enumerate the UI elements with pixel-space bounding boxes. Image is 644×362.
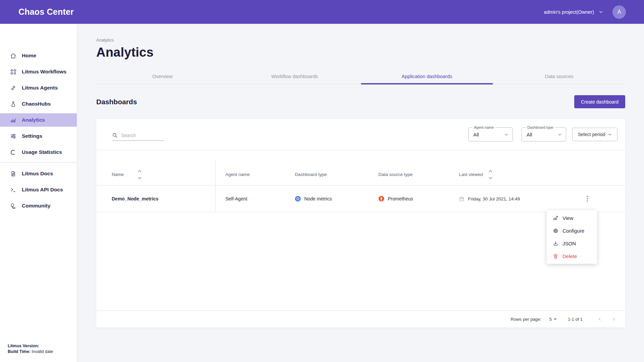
next-page-button[interactable]: [609, 315, 618, 323]
terminal-icon: [10, 187, 16, 193]
table-row[interactable]: Demo_Node_metrics Self-Agent Node metric…: [96, 186, 625, 212]
rows-per-page-select[interactable]: 5: [549, 317, 556, 322]
row-context-menu: View Configure JSON Delete: [547, 210, 597, 264]
arc-icon: [10, 149, 16, 156]
row-dashboard-type: Node metrics: [294, 196, 378, 202]
calendar-icon: [459, 196, 465, 202]
create-dashboard-button[interactable]: Create dashboard: [574, 95, 625, 108]
project-selector[interactable]: admin's project(Owner): [544, 9, 603, 15]
sort-desc-icon[interactable]: [489, 177, 492, 179]
top-header: Chaos Center admin's project(Owner) A: [0, 0, 644, 24]
sidebar-item-label: Litmus Workflows: [22, 69, 66, 75]
menu-item-label: View: [562, 215, 573, 221]
node-metrics-icon: [295, 196, 301, 202]
sidebar-item-home[interactable]: Home: [0, 49, 77, 62]
rows-per-page-label: Rows per page:: [511, 317, 541, 322]
menu-item-delete[interactable]: Delete: [547, 250, 597, 262]
row-last-viewed: Friday, 30 Jul 2021, 14:49: [459, 196, 576, 202]
dashboard-type-select-label: Dashboard type: [526, 125, 555, 129]
table-header-row: Name Agent name Dashboard type Data sour…: [96, 150, 625, 186]
pagination-bar: Rows per page: 5 1-1 of 1: [96, 310, 625, 327]
sidebar-item-label: Community: [22, 203, 50, 209]
sidebar-item-litmus-workflows[interactable]: Litmus Workflows: [0, 65, 77, 78]
sidebar-item-label: Home: [22, 53, 36, 59]
home-icon: [10, 53, 16, 59]
filters-row: Agent name All Dashboard type All Se: [96, 119, 625, 141]
menu-item-label: Configure: [562, 228, 584, 234]
link-icon: [10, 85, 16, 91]
tab-workflow-dashboards[interactable]: Workflow dashboards: [228, 70, 361, 84]
sidebar-item-label: Settings: [22, 133, 42, 139]
sidebar-item-usage-statistics[interactable]: Usage Statistics: [0, 145, 77, 159]
tab-bar: Overview Workflow dashboards Application…: [96, 70, 625, 84]
sort-desc-icon[interactable]: [138, 177, 142, 179]
litmus-version-label: Litmus Version:: [8, 344, 39, 348]
flask-icon: [10, 101, 16, 107]
sidebar-item-label: Litmus API Docs: [22, 187, 63, 193]
menu-item-configure[interactable]: Configure: [547, 224, 597, 237]
workflows-icon: [10, 69, 16, 75]
project-name: admin's project(Owner): [544, 9, 594, 15]
sidebar-item-litmus-docs[interactable]: Litmus Docs: [0, 167, 77, 180]
tab-data-sources[interactable]: Data sources: [493, 70, 625, 84]
agent-name-select[interactable]: Agent name All: [468, 127, 513, 141]
sidebar-item-analytics[interactable]: Analytics: [0, 113, 77, 127]
sidebar-item-litmus-agents[interactable]: Litmus Agents: [0, 81, 77, 95]
chevron-down-icon: [608, 132, 612, 136]
sidebar-item-label: Usage Statistics: [22, 149, 62, 155]
row-data-source-type: Prometheus: [378, 196, 459, 202]
sidebar-item-label: ChaosHubs: [22, 101, 51, 107]
column-header-dashboard-type: Dashboard type: [294, 172, 378, 177]
search-icon: [112, 132, 118, 138]
dashboard-type-select[interactable]: Dashboard type All: [522, 127, 566, 141]
bar-chart-icon: [10, 117, 16, 123]
sidebar-footer: Litmus Version: Build Time: Invalid date: [8, 343, 53, 355]
download-icon: [553, 241, 558, 246]
row-options-kebab-icon[interactable]: [583, 194, 591, 204]
sidebar-item-community[interactable]: Community: [0, 199, 77, 213]
view-chart-icon: [553, 215, 558, 221]
breadcrumb: Analytics: [96, 38, 625, 43]
menu-item-view[interactable]: View: [547, 212, 597, 224]
filters-right: Agent name All Dashboard type All Se: [468, 127, 618, 141]
tab-overview[interactable]: Overview: [96, 70, 228, 84]
dashboards-card: Agent name All Dashboard type All Se: [96, 119, 625, 327]
dashboards-heading: Dashboards: [96, 98, 137, 106]
document-icon: [10, 171, 16, 177]
agent-name-select-label: Agent name: [473, 125, 495, 129]
row-agent-name: Self-Agent: [215, 196, 294, 201]
previous-page-button[interactable]: [595, 315, 604, 323]
select-period-label: Select period: [578, 132, 605, 137]
dashboards-header-row: Dashboards Create dashboard: [96, 95, 625, 108]
column-header-last-viewed: Last viewed: [459, 170, 576, 179]
dashboard-type-select-value: All: [527, 132, 532, 137]
sliders-icon: [10, 133, 16, 139]
sidebar-divider: [0, 162, 77, 163]
sort-asc-icon[interactable]: [489, 170, 492, 172]
name-column-divider: [215, 160, 216, 211]
sidebar-item-label: Litmus Agents: [22, 85, 58, 91]
sort-asc-icon[interactable]: [138, 170, 142, 172]
agent-name-select-value: All: [473, 132, 479, 137]
column-header-name: Name: [96, 170, 215, 179]
menu-item-json[interactable]: JSON: [547, 237, 597, 250]
pagination-range: 1-1 of 1: [568, 317, 583, 322]
header-right: admin's project(Owner) A: [544, 5, 626, 19]
build-time-value: Invalid date: [32, 349, 53, 354]
page-title: Analytics: [96, 45, 625, 60]
trash-icon: [553, 253, 558, 259]
menu-item-label: Delete: [562, 253, 577, 259]
sort-controls: [489, 170, 492, 179]
sidebar-item-settings[interactable]: Settings: [0, 129, 77, 143]
avatar[interactable]: A: [612, 5, 626, 19]
menu-item-label: JSON: [562, 241, 576, 246]
chevron-down-icon: [504, 132, 508, 137]
sort-controls: [138, 170, 142, 179]
search-input[interactable]: [121, 133, 160, 138]
prometheus-icon: [378, 196, 384, 202]
chat-bubbles-icon: [10, 203, 16, 209]
sidebar-item-chaoshubs[interactable]: ChaosHubs: [0, 97, 77, 111]
select-period-button[interactable]: Select period: [572, 128, 618, 141]
sidebar-item-litmus-api-docs[interactable]: Litmus API Docs: [0, 183, 77, 196]
tab-application-dashboards[interactable]: Application dashboards: [361, 70, 493, 84]
